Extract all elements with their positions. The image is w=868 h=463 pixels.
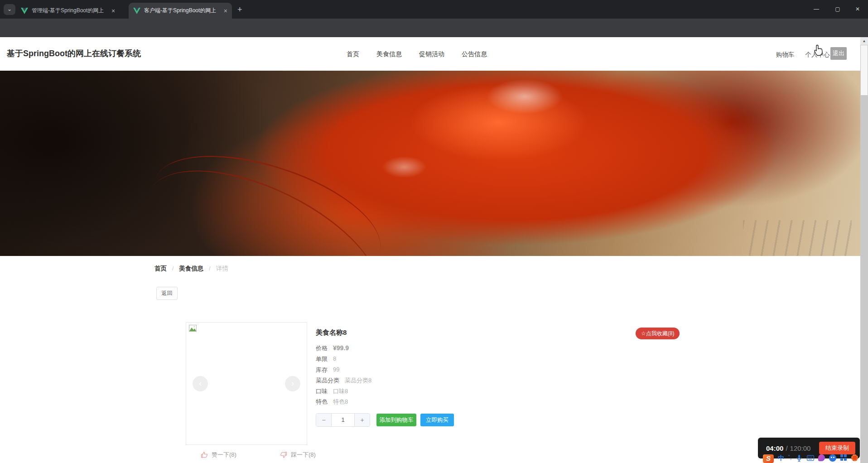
ime-settings-gear-icon[interactable]	[851, 454, 858, 461]
field-value: 99	[333, 366, 339, 374]
site-header: 基于SpringBoot的网上在线订餐系统 首页 美食信息 促销活动 公告信息 …	[0, 37, 860, 71]
vue-favicon	[133, 8, 140, 14]
add-to-cart-button[interactable]: 添加到购物车	[376, 414, 416, 426]
ime-toolbox-icon[interactable]	[840, 454, 847, 461]
close-window-button[interactable]: ✕	[847, 4, 868, 14]
tab-title: 管理端-基于SpringBoot的网上	[32, 7, 109, 14]
like-label: 赞一下(8)	[212, 451, 236, 459]
page-scrollbar[interactable]: ▲	[860, 37, 868, 463]
field-label: 库存	[316, 366, 328, 374]
browser-toolbar: ← → ⟳ ⓘ localhost:8080/springbootfv89467…	[0, 19, 868, 37]
sogou-logo-icon[interactable]: S	[763, 454, 774, 463]
product-image-carousel: ‹ ›	[186, 322, 307, 445]
field-label: 菜品分类	[316, 376, 339, 385]
ime-punctuation-icon[interactable]: ˚,	[788, 454, 791, 461]
product-field-stock: 库存 99	[316, 366, 339, 374]
ime-toolbar: S 中 ˚,	[763, 454, 868, 463]
stop-recording-button[interactable]: 结束录制	[819, 442, 855, 454]
main-nav: 首页 美食信息 促销活动 公告信息	[347, 50, 487, 58]
logout-button[interactable]: 退出	[830, 47, 847, 60]
ime-chinese-mode-icon[interactable]: 中	[778, 454, 784, 462]
browser-window: ⌄ 管理端-基于SpringBoot的网上 × 客户端-基于SpringBoot…	[0, 0, 868, 463]
site-title: 基于SpringBoot的网上在线订餐系统	[7, 48, 141, 59]
quantity-decrease-button[interactable]: −	[316, 414, 332, 426]
tab-title: 客户端-基于SpringBoot的网上	[144, 7, 221, 14]
field-value: 8	[333, 355, 336, 363]
field-label: 单限	[316, 355, 328, 363]
breadcrumb-separator: /	[172, 265, 174, 272]
dislike-label: 踩一下(8)	[291, 451, 316, 459]
keyboard-icon[interactable]	[807, 454, 814, 462]
nav-item-announcements[interactable]: 公告信息	[462, 50, 487, 58]
product-field-limit: 单限 8	[316, 355, 336, 363]
breadcrumb-detail: 详情	[216, 265, 228, 273]
scrollbar-up-arrow[interactable]: ▲	[860, 37, 868, 45]
scrollbar-thumb[interactable]	[861, 45, 868, 95]
fork-decoration	[743, 220, 852, 256]
maximize-button[interactable]: ▢	[827, 4, 848, 14]
tab-close-icon[interactable]: ×	[111, 7, 115, 14]
field-value: ¥99.9	[333, 344, 349, 352]
recording-elapsed-time: 04:00	[766, 444, 783, 452]
recording-time-separator: /	[786, 444, 787, 452]
quantity-input[interactable]: 1	[332, 414, 354, 426]
field-value: 特色8	[333, 398, 348, 406]
ime-assistant-icon[interactable]	[829, 454, 836, 462]
field-label: 特色	[316, 398, 328, 406]
like-button[interactable]: 赞一下(8)	[201, 451, 236, 459]
tab-search-button[interactable]: ⌄	[4, 4, 15, 15]
product-field-category: 菜品分类 菜品分类8	[316, 376, 371, 385]
browser-tab-client-active[interactable]: 客户端-基于SpringBoot的网上 ×	[129, 3, 232, 19]
tab-close-icon[interactable]: ×	[224, 7, 227, 14]
product-name: 美食名称8	[316, 328, 347, 337]
field-value: 口味8	[333, 387, 348, 395]
recording-total-time: 120:00	[790, 444, 811, 452]
thumb-up-icon	[201, 451, 208, 458]
product-field-feature: 特色 特色8	[316, 398, 348, 406]
product-field-flavor: 口味 口味8	[316, 387, 348, 395]
nav-item-promotions[interactable]: 促销活动	[419, 50, 444, 58]
broken-image-icon	[189, 325, 197, 332]
quantity-stepper: − 1 +	[316, 413, 370, 427]
hero-banner-image	[0, 71, 860, 256]
microphone-icon[interactable]	[796, 454, 803, 462]
back-button[interactable]: 返回	[156, 287, 178, 300]
buy-now-button[interactable]: 立即购买	[420, 414, 454, 426]
field-label: 口味	[316, 387, 328, 395]
browser-tab-admin[interactable]: 管理端-基于SpringBoot的网上 ×	[16, 3, 121, 19]
chevron-down-icon: ⌄	[7, 6, 12, 12]
breadcrumb-separator: /	[209, 265, 210, 272]
vue-favicon	[21, 8, 28, 14]
breadcrumb-home[interactable]: 首页	[154, 265, 167, 273]
mouse-cursor-hand	[814, 44, 824, 56]
minimize-button[interactable]: —	[806, 4, 827, 14]
vote-row: 赞一下(8) 踩一下(8)	[201, 451, 316, 459]
dislike-button[interactable]: 踩一下(8)	[280, 451, 316, 459]
ime-skin-icon[interactable]	[818, 454, 825, 461]
new-tab-button[interactable]: +	[237, 5, 242, 14]
carousel-prev-button[interactable]: ‹	[193, 376, 208, 391]
favorite-badge-button[interactable]: ☆点我收藏(8)	[636, 328, 680, 339]
carousel-next-button[interactable]: ›	[285, 376, 300, 391]
breadcrumb-food-info[interactable]: 美食信息	[179, 265, 203, 273]
thumb-down-icon	[280, 451, 287, 458]
field-label: 价格	[316, 344, 328, 352]
breadcrumb: 首页 / 美食信息 / 详情	[154, 265, 228, 273]
browser-tab-bar: ⌄ 管理端-基于SpringBoot的网上 × 客户端-基于SpringBoot…	[0, 0, 868, 19]
nav-item-home[interactable]: 首页	[347, 50, 359, 58]
cart-link[interactable]: 购物车	[776, 51, 795, 59]
field-value: 菜品分类8	[345, 376, 371, 385]
product-field-price: 价格 ¥99.9	[316, 344, 349, 352]
quantity-increase-button[interactable]: +	[354, 414, 370, 426]
nav-item-food-info[interactable]: 美食信息	[376, 50, 402, 58]
